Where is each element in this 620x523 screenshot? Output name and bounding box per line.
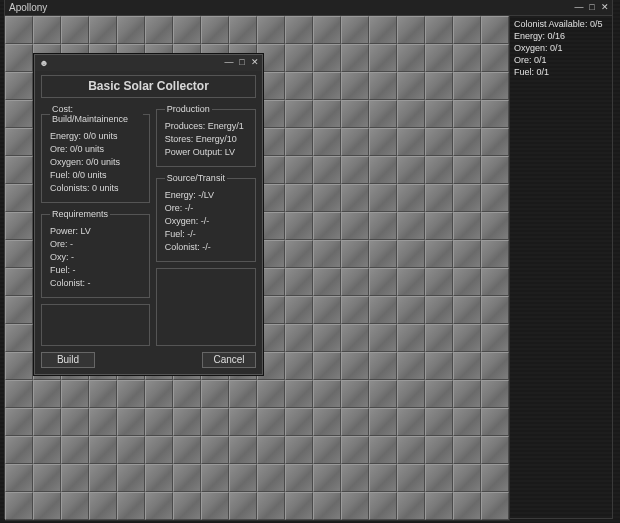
dialog-minimize-icon[interactable]: — <box>224 58 234 68</box>
grid-tile[interactable] <box>369 212 397 240</box>
grid-tile[interactable] <box>425 128 453 156</box>
grid-tile[interactable] <box>117 436 145 464</box>
grid-tile[interactable] <box>453 72 481 100</box>
grid-tile[interactable] <box>425 380 453 408</box>
grid-tile[interactable] <box>229 408 257 436</box>
grid-tile[interactable] <box>425 44 453 72</box>
grid-tile[interactable] <box>481 352 509 380</box>
grid-tile[interactable] <box>313 380 341 408</box>
grid-tile[interactable] <box>89 380 117 408</box>
grid-tile[interactable] <box>425 240 453 268</box>
grid-tile[interactable] <box>425 352 453 380</box>
grid-tile[interactable] <box>5 72 33 100</box>
grid-tile[interactable] <box>341 100 369 128</box>
grid-tile[interactable] <box>481 100 509 128</box>
grid-tile[interactable] <box>5 156 33 184</box>
grid-tile[interactable] <box>257 492 285 520</box>
grid-tile[interactable] <box>285 436 313 464</box>
grid-tile[interactable] <box>369 436 397 464</box>
grid-tile[interactable] <box>5 436 33 464</box>
grid-tile[interactable] <box>145 464 173 492</box>
grid-tile[interactable] <box>425 100 453 128</box>
grid-tile[interactable] <box>341 128 369 156</box>
grid-tile[interactable] <box>425 16 453 44</box>
grid-tile[interactable] <box>369 296 397 324</box>
grid-tile[interactable] <box>89 408 117 436</box>
grid-tile[interactable] <box>341 212 369 240</box>
grid-tile[interactable] <box>117 464 145 492</box>
grid-tile[interactable] <box>481 212 509 240</box>
grid-tile[interactable] <box>5 212 33 240</box>
grid-tile[interactable] <box>425 324 453 352</box>
grid-tile[interactable] <box>425 464 453 492</box>
grid-tile[interactable] <box>61 16 89 44</box>
grid-tile[interactable] <box>33 492 61 520</box>
grid-tile[interactable] <box>313 240 341 268</box>
grid-tile[interactable] <box>313 156 341 184</box>
grid-tile[interactable] <box>5 352 33 380</box>
grid-tile[interactable] <box>313 436 341 464</box>
dialog-titlebar[interactable]: ☻ — □ ✕ <box>35 55 262 71</box>
grid-tile[interactable] <box>397 184 425 212</box>
grid-tile[interactable] <box>201 464 229 492</box>
grid-tile[interactable] <box>369 184 397 212</box>
maximize-icon[interactable]: □ <box>587 3 597 13</box>
grid-tile[interactable] <box>453 16 481 44</box>
grid-tile[interactable] <box>369 16 397 44</box>
grid-tile[interactable] <box>313 352 341 380</box>
grid-tile[interactable] <box>313 44 341 72</box>
grid-tile[interactable] <box>341 352 369 380</box>
grid-tile[interactable] <box>481 44 509 72</box>
grid-tile[interactable] <box>257 380 285 408</box>
grid-tile[interactable] <box>481 324 509 352</box>
grid-tile[interactable] <box>481 72 509 100</box>
grid-tile[interactable] <box>341 72 369 100</box>
grid-tile[interactable] <box>285 16 313 44</box>
grid-tile[interactable] <box>117 16 145 44</box>
grid-tile[interactable] <box>285 44 313 72</box>
grid-tile[interactable] <box>369 240 397 268</box>
grid-tile[interactable] <box>61 436 89 464</box>
grid-tile[interactable] <box>61 492 89 520</box>
grid-tile[interactable] <box>425 408 453 436</box>
dialog-close-icon[interactable]: ✕ <box>250 58 260 68</box>
grid-tile[interactable] <box>425 156 453 184</box>
grid-tile[interactable] <box>397 436 425 464</box>
grid-tile[interactable] <box>369 380 397 408</box>
grid-tile[interactable] <box>341 380 369 408</box>
grid-tile[interactable] <box>397 212 425 240</box>
grid-tile[interactable] <box>453 100 481 128</box>
grid-tile[interactable] <box>89 436 117 464</box>
grid-tile[interactable] <box>173 492 201 520</box>
grid-tile[interactable] <box>397 464 425 492</box>
grid-tile[interactable] <box>285 464 313 492</box>
grid-tile[interactable] <box>257 16 285 44</box>
grid-tile[interactable] <box>453 184 481 212</box>
grid-tile[interactable] <box>229 380 257 408</box>
grid-tile[interactable] <box>481 268 509 296</box>
grid-tile[interactable] <box>341 436 369 464</box>
grid-tile[interactable] <box>257 408 285 436</box>
grid-tile[interactable] <box>425 296 453 324</box>
grid-tile[interactable] <box>397 72 425 100</box>
grid-tile[interactable] <box>481 296 509 324</box>
grid-tile[interactable] <box>397 408 425 436</box>
grid-tile[interactable] <box>481 408 509 436</box>
grid-tile[interactable] <box>397 156 425 184</box>
grid-tile[interactable] <box>313 16 341 44</box>
grid-tile[interactable] <box>257 464 285 492</box>
grid-tile[interactable] <box>5 296 33 324</box>
grid-tile[interactable] <box>201 16 229 44</box>
grid-tile[interactable] <box>369 100 397 128</box>
grid-tile[interactable] <box>453 268 481 296</box>
grid-tile[interactable] <box>369 324 397 352</box>
grid-tile[interactable] <box>285 184 313 212</box>
grid-tile[interactable] <box>425 184 453 212</box>
grid-tile[interactable] <box>341 408 369 436</box>
grid-tile[interactable] <box>313 464 341 492</box>
grid-tile[interactable] <box>341 16 369 44</box>
grid-tile[interactable] <box>145 16 173 44</box>
grid-tile[interactable] <box>201 408 229 436</box>
grid-tile[interactable] <box>5 324 33 352</box>
grid-tile[interactable] <box>89 16 117 44</box>
